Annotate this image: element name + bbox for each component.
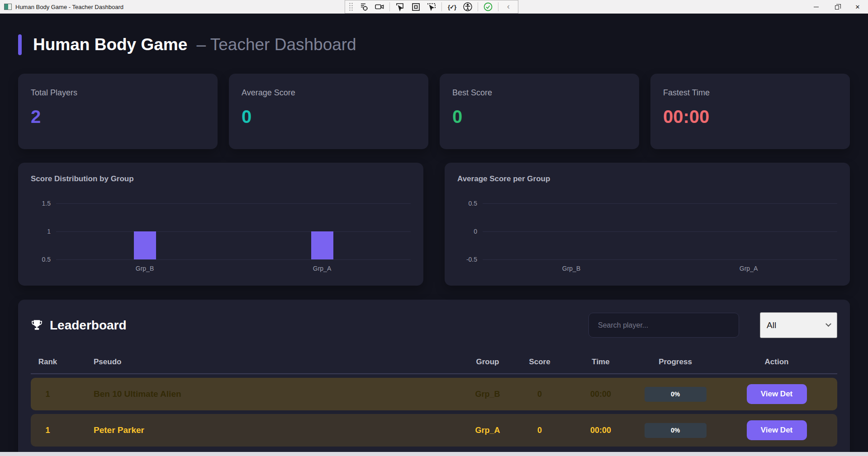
- stat-value: 0: [452, 107, 626, 127]
- x-tick: Grp_A: [740, 265, 758, 272]
- camera-icon[interactable]: [374, 1, 385, 12]
- group-cell: Grp_A: [463, 426, 512, 435]
- y-tick: 0.5: [31, 256, 51, 263]
- inspect-element-icon[interactable]: [358, 1, 370, 12]
- stat-value: 0: [242, 107, 416, 127]
- minimize-button[interactable]: [806, 0, 826, 14]
- close-icon: ✕: [855, 4, 860, 10]
- window-titlebar: Human Body Game - Teacher Dashboard: [0, 0, 868, 14]
- collapse-chevron-icon[interactable]: ‹: [503, 1, 514, 12]
- group-cell: Grp_B: [463, 390, 512, 399]
- leaderboard-card: Leaderboard All Rank Pseudo Group Score …: [18, 300, 850, 456]
- gridline: [483, 231, 837, 232]
- stat-label: Total Players: [31, 88, 205, 98]
- chart-title: Average Score per Group: [457, 174, 837, 183]
- toolbar-separator: [478, 2, 478, 11]
- leaderboard-table: Rank Pseudo Group Score Time Progress Ac…: [31, 351, 837, 447]
- score-cell: 0: [512, 390, 567, 399]
- stat-card-average-score: Average Score 0: [229, 74, 428, 149]
- accent-bar: [18, 34, 22, 55]
- score-cell: 0: [512, 426, 567, 435]
- progress-badge: 0%: [645, 423, 707, 438]
- y-tick: 0.5: [457, 200, 477, 207]
- frame-select-icon[interactable]: [410, 1, 422, 12]
- window-controls: ✕: [806, 0, 868, 14]
- restore-icon: [835, 5, 839, 9]
- chart-title: Score Distribution by Group: [31, 174, 411, 183]
- column-header-rank: Rank: [31, 357, 65, 367]
- y-tick: 0: [457, 228, 477, 235]
- chart-score-distribution: Score Distribution by Group 1.5 1 0.5 Gr…: [18, 163, 423, 286]
- page-header: Human Body Game – Teacher Dashboard: [18, 34, 850, 55]
- y-tick: 1: [31, 228, 51, 235]
- x-tick: Grp_A: [313, 265, 331, 272]
- minimize-icon: [814, 7, 819, 7]
- time-cell: 00:00: [567, 426, 635, 435]
- search-input[interactable]: [588, 313, 739, 338]
- gridline: [483, 203, 837, 204]
- progress-badge: 0%: [645, 387, 707, 402]
- column-header-group: Group: [463, 357, 512, 367]
- window-bottom-edge: [0, 452, 868, 456]
- group-filter-value: All: [767, 320, 776, 330]
- pseudo-cell: Peter Parker: [65, 425, 463, 435]
- pseudo-cell: Ben 10 Ultimate Alien: [65, 389, 463, 399]
- table-row[interactable]: 1 Ben 10 Ultimate Alien Grp_B 0 00:00 0%…: [31, 378, 837, 410]
- leaderboard-title: Leaderboard: [50, 318, 127, 333]
- rank-cell: 1: [31, 426, 65, 435]
- chevron-down-icon: [825, 321, 831, 327]
- group-filter-select[interactable]: All: [760, 312, 837, 338]
- region-select-icon[interactable]: [426, 1, 437, 12]
- charts-row: Score Distribution by Group 1.5 1 0.5 Gr…: [18, 163, 850, 286]
- toolbar-grip-handle[interactable]: [349, 2, 354, 11]
- leaderboard-header: Leaderboard All: [31, 312, 837, 338]
- chart-average-score: Average Score per Group 0.5 0 -0.5 Grp_B…: [445, 163, 850, 286]
- bar-grp-a: [311, 231, 333, 259]
- rank-cell: 1: [31, 390, 65, 399]
- column-header-time: Time: [567, 357, 635, 367]
- app-icon: [4, 4, 12, 10]
- column-header-progress: Progress: [635, 357, 716, 367]
- stat-label: Average Score: [242, 88, 416, 98]
- table-header-row: Rank Pseudo Group Score Time Progress Ac…: [31, 351, 837, 374]
- stat-card-best-score: Best Score 0: [440, 74, 639, 149]
- y-tick: 1.5: [31, 200, 51, 207]
- column-header-pseudo: Pseudo: [65, 357, 463, 367]
- overlay-toolbar: {✓} ‹: [345, 0, 518, 14]
- status-check-icon[interactable]: [482, 1, 494, 12]
- page-title: Human Body Game: [33, 35, 187, 54]
- code-check-icon[interactable]: {✓}: [446, 1, 458, 12]
- stat-card-fastest-time: Fastest Time 00:00: [650, 74, 850, 149]
- trophy-icon: [31, 319, 43, 331]
- toolbar-separator: [389, 2, 390, 11]
- chart-plot: 0.5 0 -0.5 Grp_B Grp_A: [457, 194, 837, 276]
- toolbar-separator: [441, 2, 442, 11]
- bar-chart-plot: 1.5 1 0.5 Grp_B Grp_A: [31, 194, 411, 276]
- time-cell: 00:00: [567, 390, 635, 399]
- view-details-button[interactable]: View Det: [747, 420, 807, 440]
- stats-row: Total Players 2 Average Score 0 Best Sco…: [18, 74, 850, 149]
- stat-card-total-players: Total Players 2: [18, 74, 218, 149]
- page-subtitle: – Teacher Dashboard: [197, 35, 356, 54]
- restore-button[interactable]: [826, 0, 847, 14]
- gridline: [483, 259, 837, 260]
- close-button[interactable]: ✕: [847, 0, 868, 14]
- cursor-select-icon[interactable]: [394, 1, 406, 12]
- accessibility-icon[interactable]: [462, 1, 474, 12]
- bar-grp-b: [134, 231, 156, 259]
- stat-value: 00:00: [663, 107, 837, 127]
- window-title: Human Body Game - Teacher Dashboard: [15, 4, 123, 10]
- stat-value: 2: [31, 107, 205, 127]
- y-tick: -0.5: [457, 256, 477, 263]
- column-header-score: Score: [512, 357, 567, 367]
- stat-label: Fastest Time: [663, 88, 837, 98]
- column-header-action: Action: [716, 357, 837, 367]
- x-tick: Grp_B: [136, 265, 154, 272]
- table-row[interactable]: 1 Peter Parker Grp_A 0 00:00 0% View Det: [31, 414, 837, 447]
- x-tick: Grp_B: [562, 265, 580, 272]
- stat-label: Best Score: [452, 88, 626, 98]
- toolbar-separator: [498, 2, 498, 11]
- view-details-button[interactable]: View Det: [747, 384, 807, 404]
